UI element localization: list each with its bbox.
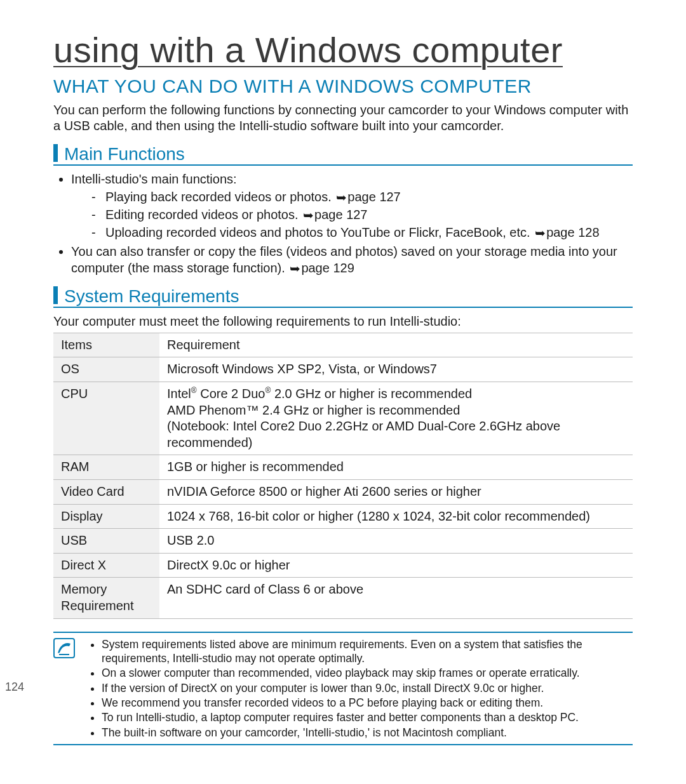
section-title: WHAT YOU CAN DO WITH A WINDOWS COMPUTER [53,76,633,97]
table-header-items: Items [53,333,159,357]
note-item: The built-in software on your camcorder,… [102,726,633,740]
main-functions-list: Intelli-studio's main functions: Playing… [53,171,633,276]
note-item: To run Intelli-studio, a laptop computer… [102,710,633,724]
chapter-title: using with a Windows computer [53,32,633,69]
note-list: System requirements listed above are min… [84,637,633,741]
dash-item-text: Editing recorded videos or photos. [105,208,302,222]
table-row: Display 1024 x 768, 16-bit color or high… [53,504,633,529]
note-item: On a slower computer than recommended, v… [102,666,633,680]
note-item: System requirements listed above are min… [102,637,633,666]
dash-item: Playing back recorded videos or photos. … [91,189,633,205]
arrow-icon: ➥ [336,189,347,206]
table-row: RAM 1GB or higher is recommended [53,455,633,480]
page-number: 124 [5,681,24,694]
subheading-label: Main Functions [64,145,185,163]
table-cell-label: Memory Requirement [53,578,159,618]
dash-item-text: Uploading recorded videos and photos to … [105,225,534,239]
note-item: We recommend you transfer recorded video… [102,696,633,710]
dash-item-text: Playing back recorded videos or photos. [105,190,335,204]
document-page: 124 using with a Windows computer WHAT Y… [0,0,686,784]
table-cell-label: USB [53,529,159,554]
table-header-requirement: Requirement [159,333,633,357]
subheading-bar-icon [53,144,58,162]
table-row: OS Microsoft Windows XP SP2, Vista, or W… [53,357,633,382]
subheading-label: System Requirements [64,288,239,305]
arrow-icon: ➥ [290,260,300,277]
list-item: Intelli-studio's main functions: Playing… [71,171,633,241]
note-icon [53,638,75,658]
page-ref: page 127 [347,190,400,204]
table-cell-label: OS [53,357,159,382]
table-row: Video Card nVIDIA Geforce 8500 or higher… [53,479,633,504]
requirements-table: Items Requirement OS Microsoft Windows X… [53,333,633,619]
subheading-main-functions: Main Functions [53,144,633,166]
table-cell-value: Microsoft Windows XP SP2, Vista, or Wind… [159,357,633,382]
dash-list: Playing back recorded videos or photos. … [71,189,633,241]
subheading-bar-icon [53,286,58,304]
page-ref: page 127 [314,208,367,222]
table-cell-value: Intel® Core 2 Duo® 2.0 GHz or higher is … [159,382,633,455]
table-cell-value: nVIDIA Geforce 8500 or higher Ati 2600 s… [159,479,633,504]
note-block: System requirements listed above are min… [53,632,633,746]
table-cell-label: RAM [53,455,159,480]
list-item: You can also transfer or copy the files … [71,243,633,276]
table-row: USB USB 2.0 [53,529,633,554]
table-row: Memory Requirement An SDHC card of Class… [53,578,633,618]
table-cell-value: DirectX 9.0c or higher [159,553,633,578]
section-intro: You can perform the following functions … [53,102,633,134]
table-cell-label: CPU [53,382,159,455]
note-item: If the version of DirectX on your comput… [102,681,633,695]
subheading-system-requirements: System Requirements [53,286,633,308]
table-cell-value: 1024 x 768, 16-bit color or higher (1280… [159,504,633,529]
list-item-intro: Intelli-studio's main functions: [71,172,237,186]
table-cell-label: Direct X [53,553,159,578]
dash-item: Editing recorded videos or photos. ➥page… [91,206,633,223]
page-ref: page 128 [546,225,599,239]
table-row: CPU Intel® Core 2 Duo® 2.0 GHz or higher… [53,382,633,455]
table-row: Items Requirement [53,333,633,357]
table-cell-label: Display [53,504,159,529]
table-cell-value: An SDHC card of Class 6 or above [159,578,633,618]
table-cell-value: USB 2.0 [159,529,633,554]
dash-item: Uploading recorded videos and photos to … [91,224,633,241]
page-ref: page 129 [301,261,354,275]
table-cell-value: 1GB or higher is recommended [159,455,633,480]
table-row: Direct X DirectX 9.0c or higher [53,553,633,578]
arrow-icon: ➥ [303,207,314,223]
requirements-intro: Your computer must meet the following re… [53,314,633,329]
arrow-icon: ➥ [535,225,546,241]
table-cell-label: Video Card [53,479,159,504]
